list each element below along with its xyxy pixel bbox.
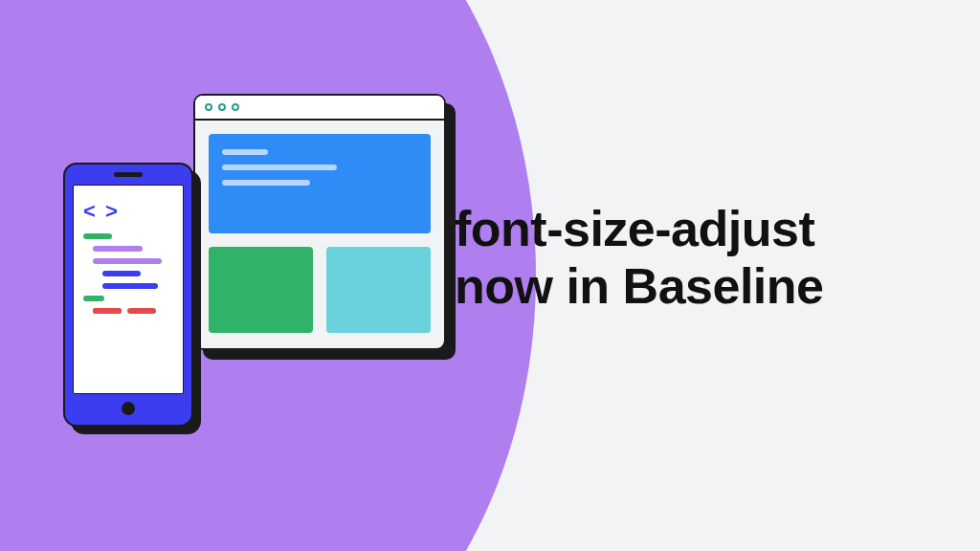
phone-speaker <box>114 172 143 177</box>
placeholder-line <box>222 180 310 186</box>
headline: font-size-adjust now in Baseline <box>455 201 823 316</box>
phone-home-button-icon <box>122 402 135 415</box>
card-green <box>209 247 313 333</box>
browser-body <box>195 121 444 346</box>
code-brackets-icon: < > <box>83 199 173 224</box>
card-cyan <box>326 247 431 333</box>
browser-cards-row <box>209 247 431 333</box>
placeholder-line <box>222 149 268 155</box>
code-line <box>93 258 162 264</box>
placeholder-line <box>222 165 337 170</box>
code-lines <box>83 233 173 314</box>
window-dot-icon <box>205 103 212 111</box>
browser-window <box>193 94 446 350</box>
headline-line-2: now in Baseline <box>455 258 823 316</box>
browser-titlebar <box>195 96 444 121</box>
headline-line-1: font-size-adjust <box>455 201 823 258</box>
browser-hero-block <box>209 134 431 233</box>
code-line <box>83 233 112 239</box>
window-dot-icon <box>218 103 226 111</box>
code-line <box>83 296 104 301</box>
phone-device: < > <box>63 163 193 427</box>
code-line <box>102 283 158 289</box>
window-dot-icon <box>232 103 239 111</box>
phone-screen: < > <box>73 185 184 394</box>
code-line <box>127 308 156 314</box>
code-line <box>93 308 122 314</box>
code-line <box>102 271 141 276</box>
code-line <box>93 246 143 252</box>
hero-illustration: < > <box>48 86 431 469</box>
